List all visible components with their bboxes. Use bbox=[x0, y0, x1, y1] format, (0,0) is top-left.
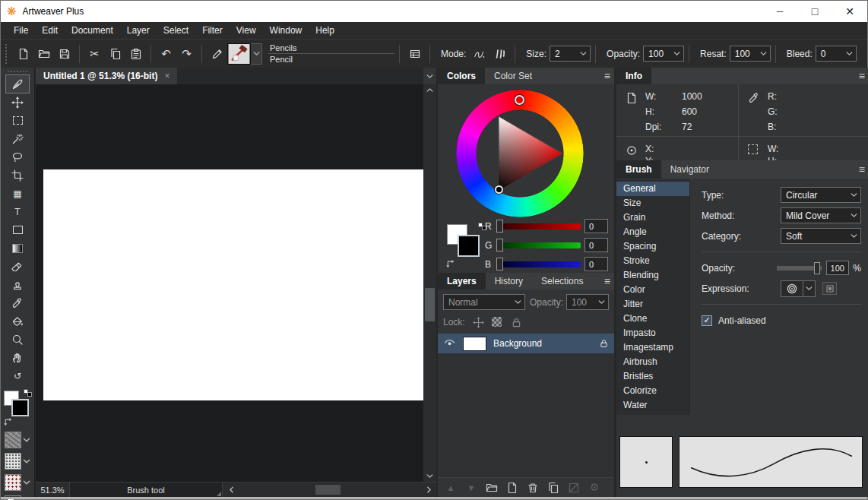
brush-opacity-field[interactable]: 100 bbox=[826, 261, 850, 275]
brush-option-item[interactable]: Grain bbox=[616, 210, 689, 225]
canvas-page[interactable] bbox=[43, 169, 423, 400]
slider-handle[interactable] bbox=[496, 220, 503, 233]
tab-list-button[interactable] bbox=[423, 68, 436, 84]
brush-option-item[interactable]: Impasto bbox=[616, 326, 689, 340]
horizontal-scroll-thumb[interactable] bbox=[315, 485, 341, 495]
delete-layer-button[interactable] bbox=[524, 479, 542, 496]
color-value-field[interactable]: 0 bbox=[584, 219, 608, 233]
vertical-scroll-thumb[interactable] bbox=[425, 288, 435, 321]
close-tab-icon[interactable]: × bbox=[164, 71, 169, 81]
expression-select[interactable] bbox=[781, 280, 803, 297]
edit-brush-button[interactable] bbox=[207, 44, 227, 64]
panel-tab[interactable]: Brush bbox=[616, 160, 661, 179]
menu-item[interactable]: File bbox=[7, 23, 35, 38]
text-tool[interactable]: T bbox=[6, 203, 29, 220]
eyedropper-tool[interactable] bbox=[6, 294, 29, 312]
menu-item[interactable]: Edit bbox=[35, 23, 65, 38]
clone-stamp-tool[interactable] bbox=[6, 276, 29, 293]
brush-palette-button[interactable] bbox=[404, 44, 425, 64]
layer-mask-button[interactable] bbox=[565, 479, 583, 496]
canvas-viewport[interactable] bbox=[36, 84, 423, 482]
panel-tab[interactable]: Info bbox=[616, 68, 651, 84]
document-tab[interactable]: Untitled 1 @ 51.3% (16-bit) × bbox=[36, 68, 177, 84]
resize-grip-icon[interactable] bbox=[217, 492, 221, 496]
color-value-field[interactable]: 0 bbox=[584, 238, 608, 252]
panel-tab[interactable]: Layers bbox=[438, 273, 486, 290]
panel-menu-icon[interactable]: ≡ bbox=[604, 273, 610, 290]
panel-tab[interactable]: Selections bbox=[532, 273, 592, 290]
scroll-down-button[interactable] bbox=[423, 470, 436, 482]
panel-tab[interactable]: Navigator bbox=[661, 160, 718, 179]
brush-option-item[interactable]: Water bbox=[616, 398, 689, 413]
new-group-button[interactable] bbox=[483, 479, 501, 496]
brush-option-item[interactable]: Color bbox=[616, 283, 689, 297]
layer-locked-icon[interactable] bbox=[599, 338, 609, 349]
paste-button[interactable] bbox=[125, 44, 146, 64]
brush-option-item[interactable]: Angle bbox=[616, 225, 689, 239]
color-value-field[interactable]: 0 bbox=[584, 257, 608, 271]
opacity-select[interactable]: 100 bbox=[643, 46, 684, 62]
rectangular-select-tool[interactable] bbox=[6, 112, 29, 129]
layer-thumbnail[interactable] bbox=[463, 337, 486, 351]
magic-wand-tool[interactable] bbox=[6, 130, 29, 147]
shade-marker[interactable] bbox=[495, 185, 503, 194]
menu-item[interactable]: Layer bbox=[120, 23, 157, 38]
brush-option-item[interactable]: Imagestamp bbox=[616, 340, 689, 355]
background-color-swatch[interactable] bbox=[11, 399, 29, 416]
panel-tab[interactable]: Colors bbox=[438, 68, 485, 84]
color-slider[interactable] bbox=[496, 239, 581, 252]
duplicate-layer-button[interactable] bbox=[544, 479, 562, 496]
layer-properties-button[interactable]: ⚙ bbox=[585, 479, 603, 496]
brush-option-item[interactable]: Stroke bbox=[616, 254, 689, 268]
scroll-up-button[interactable] bbox=[423, 84, 436, 96]
hand-tool[interactable] bbox=[6, 349, 29, 366]
brush-type-select[interactable]: Circular bbox=[781, 187, 861, 203]
antialiased-checkbox[interactable]: ✓ bbox=[702, 315, 712, 326]
saturation-triangle[interactable] bbox=[456, 90, 584, 217]
fill-tool[interactable] bbox=[6, 312, 29, 330]
close-button[interactable]: ✕ bbox=[832, 1, 867, 22]
brush-option-item[interactable]: Clone bbox=[616, 312, 689, 326]
lasso-tool[interactable] bbox=[6, 148, 29, 166]
perspective-grid-tool[interactable]: ▦ bbox=[6, 185, 29, 202]
lock-position-icon[interactable] bbox=[473, 317, 484, 328]
toolbar-grip[interactable] bbox=[5, 44, 8, 64]
color-slider[interactable] bbox=[496, 220, 581, 233]
chevron-down-icon[interactable] bbox=[22, 457, 31, 466]
panel-menu-icon[interactable]: ≡ bbox=[859, 160, 865, 179]
gradient-tool[interactable] bbox=[6, 239, 29, 257]
slider-handle[interactable] bbox=[496, 258, 503, 271]
brush-category-select[interactable]: Soft bbox=[781, 228, 861, 244]
eraser-tool[interactable] bbox=[6, 258, 29, 275]
undo-button[interactable]: ↶ bbox=[156, 44, 176, 64]
layer-row[interactable]: Background bbox=[438, 334, 614, 353]
panel-menu-icon[interactable]: ≡ bbox=[604, 68, 610, 84]
save-document-button[interactable] bbox=[54, 44, 74, 64]
layer-visibility-icon[interactable] bbox=[443, 337, 456, 350]
horizontal-scrollbar[interactable] bbox=[223, 483, 436, 497]
brush-option-item[interactable]: Airbrush bbox=[616, 355, 689, 369]
blend-mode-select[interactable]: Normal bbox=[443, 294, 525, 310]
layer-opacity-select[interactable]: 100 bbox=[566, 294, 609, 310]
chevron-down-icon[interactable] bbox=[22, 478, 31, 487]
color-slider[interactable] bbox=[496, 258, 581, 271]
brush-preset-dropdown[interactable] bbox=[251, 43, 262, 65]
zoom-tool[interactable] bbox=[6, 331, 29, 348]
layer-down-button[interactable]: ▼ bbox=[462, 479, 480, 496]
menu-item[interactable]: Window bbox=[263, 23, 309, 38]
menu-item[interactable]: View bbox=[230, 23, 263, 38]
brush-option-item[interactable]: Blending bbox=[616, 268, 689, 283]
menu-item[interactable]: Document bbox=[65, 23, 120, 38]
default-colors-icon[interactable] bbox=[24, 389, 32, 397]
panel-menu-icon[interactable]: ≡ bbox=[859, 68, 865, 84]
crop-tool[interactable] bbox=[6, 166, 29, 184]
brush-option-item[interactable]: General bbox=[616, 182, 689, 196]
redo-button[interactable]: ↷ bbox=[176, 44, 197, 64]
chevron-down-icon[interactable] bbox=[22, 435, 31, 445]
scroll-left-button[interactable] bbox=[226, 483, 237, 497]
layer-up-button[interactable]: ▲ bbox=[442, 479, 460, 496]
freehand-mode-button[interactable] bbox=[469, 44, 489, 64]
color-wheel[interactable] bbox=[456, 90, 584, 217]
shape-tool[interactable] bbox=[6, 221, 29, 239]
background-color-swatch[interactable] bbox=[458, 235, 480, 257]
